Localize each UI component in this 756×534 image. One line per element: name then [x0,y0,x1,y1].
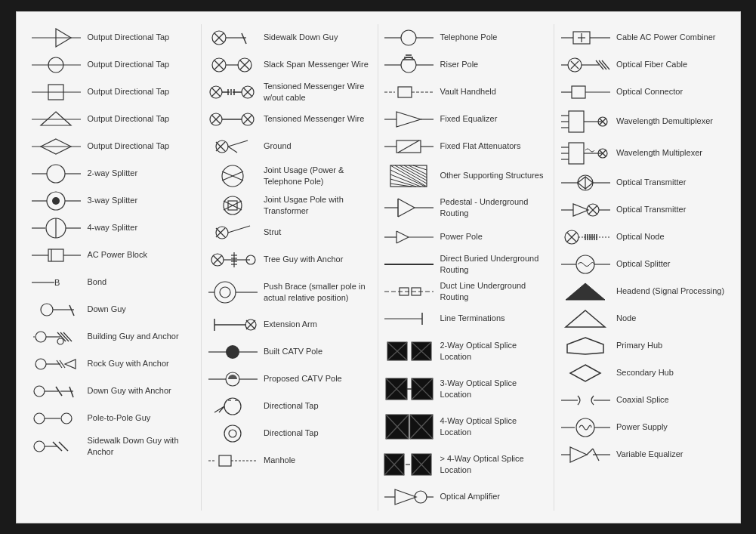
vault-handheld: Vault Handheld [383,79,550,106]
symbol-proposed-catv-pole [206,369,259,390]
symbol-2way-splitter [30,163,83,184]
svg-point-121 [226,345,239,359]
label-other-supporting-structures: Other Supporting Structures [440,170,544,181]
svg-point-30 [35,332,46,342]
power-pole: Power Pole [383,224,550,251]
symbol-optical-node [559,227,612,248]
label-down-guy-anchor: Down Guy with Anchor [88,385,171,396]
label-pedestal-underground: Pedestal - Underground Routing [440,196,550,218]
svg-point-36 [57,338,63,344]
symbol-joint-usage-transformer [206,195,259,216]
symbol-3way-optical-splice [383,372,436,406]
tree-guy-anchor: Tree Guy with Anchor [206,246,373,273]
cable-ac-power-combiner: Cable AC Power Combiner [559,24,727,51]
optical-splitter: Optical Splitter [559,251,727,278]
label-cable-ac-power-combiner: Cable AC Power Combiner [616,32,715,42]
svg-marker-272 [567,338,603,354]
symbol-wavelength-demultiplexer [559,108,612,135]
symbol-4way-plus-optical-splice [383,448,436,481]
symbol-2way-optical-splice [383,335,436,368]
symbol-ac-power-block [30,245,83,266]
optical-transmitter-1: Optical Transmitter [559,169,727,196]
other-supporting-structures: Other Supporting Structures [383,160,550,192]
output-directional-tap-2: Output Directional Tap [30,51,197,79]
symbol-manhole [206,450,259,471]
column-1: Output Directional Tap Output Directiona… [26,24,202,511]
label-tensioned-messenger: Tensioned Messenger Wire [264,113,364,124]
svg-rect-146 [398,87,412,97]
label-joint-usage: Joint Usage (Power & Telephone Pole) [264,165,373,187]
column-2: Sidewalk Down Guy Slack Span Messenger W… [202,24,378,511]
push-brace: Push Brace (smaller pole in actual relat… [206,273,373,311]
symbol-pedestal-underground [383,194,436,221]
svg-line-58 [242,33,246,44]
optical-fiber-cable: Optical Fiber Cable [559,51,727,79]
variable-equalizer: Variable Equalizer [559,441,727,468]
label-direct-buried: Direct Buried Underground Routing [440,253,550,275]
symbol-output-directional-tap-5 [30,136,83,157]
label-variable-equalizer: Variable Equalizer [616,449,683,459]
label-power-pole: Power Pole [440,231,483,242]
symbol-4way-splitter [30,218,83,239]
symbol-wavelength-multiplexer [559,140,612,167]
bond: B Bond [30,269,197,296]
symbol-fixed-flat-attenuators [383,136,436,157]
svg-point-126 [224,398,241,415]
label-telephone-pole: Telephone Pole [440,32,498,42]
optical-transmitter-2: Optical Transmitter [559,196,727,224]
label-line-terminations: Line Terminations [440,313,505,323]
symbol-line-terminations [383,308,436,329]
label-optical-node: Optical Node [616,231,665,242]
fixed-equalizer: Fixed Equalizer [383,106,550,133]
proposed-catv-pole: Proposed CATV Pole [206,366,373,393]
svg-point-84 [216,140,228,153]
symbol-directional-tap-1 [206,396,259,417]
telephone-pole: Telephone Pole [383,24,550,51]
label-3way-optical-splice: 3-Way Optical Splice Location [440,378,550,400]
label-bond: Bond [88,276,107,287]
symbol-output-directional-tap-4 [30,109,83,130]
label-extension-arm: Extension Arm [264,319,317,329]
label-strut: Strut [264,227,281,237]
strut: Strut [206,219,373,246]
label-building-guy-anchor: Building Guy and Anchor [88,331,179,341]
symbol-optical-connector [559,82,612,103]
svg-line-87 [228,147,237,153]
svg-rect-134 [219,455,231,466]
column-4: Cable AC Power Combiner Optical Fiber Ca… [554,24,731,511]
symbol-directional-tap-2 [206,423,259,444]
down-guy-anchor: Down Guy with Anchor [30,378,197,405]
label-duct-line-underground: Duct Line Underground Routing [440,280,550,302]
svg-point-15 [52,197,60,205]
primary-hub: Primary Hub [559,332,727,360]
label-directional-tap-2: Directional Tap [264,428,319,438]
label-joint-usage-transformer: Joint Usgae Pole with Transformer [264,194,373,216]
symbol-direct-buried [383,254,436,275]
joint-usage: Joint Usage (Power & Telephone Pole) [206,160,373,192]
label-output-directional-tap-1: Output Directional Tap [88,32,170,42]
svg-line-153 [398,140,419,153]
svg-marker-209 [395,489,416,505]
svg-point-50 [34,441,45,452]
label-fixed-equalizer: Fixed Equalizer [440,113,498,124]
svg-marker-273 [570,365,600,381]
symbol-tensioned-messenger [206,109,259,130]
symbol-4way-optical-splice [383,410,436,443]
label-coaxial-splice: Coaxial Splice [616,394,669,405]
svg-point-42 [34,386,45,397]
label-optical-splitter: Optical Splitter [616,258,671,269]
output-directional-tap-1: Output Directional Tap [30,24,197,51]
coaxial-splice: Coaxial Splice [559,387,727,414]
symbol-sidewalk-down-guy [206,27,259,48]
duct-line-underground: Duct Line Underground Routing [383,278,550,305]
svg-rect-239 [569,143,584,164]
label-headend: Headend (Signal Processing) [616,286,724,296]
svg-marker-280 [570,447,587,462]
svg-point-277 [576,418,594,437]
svg-point-112 [220,287,230,298]
symbol-built-catv-pole [206,341,259,363]
optical-node: Optical Node [559,224,727,251]
output-directional-tap-3: Output Directional Tap [30,79,197,106]
label-2way-splitter: 2-way Splitter [88,168,138,178]
symbol-joint-usage [206,162,259,190]
